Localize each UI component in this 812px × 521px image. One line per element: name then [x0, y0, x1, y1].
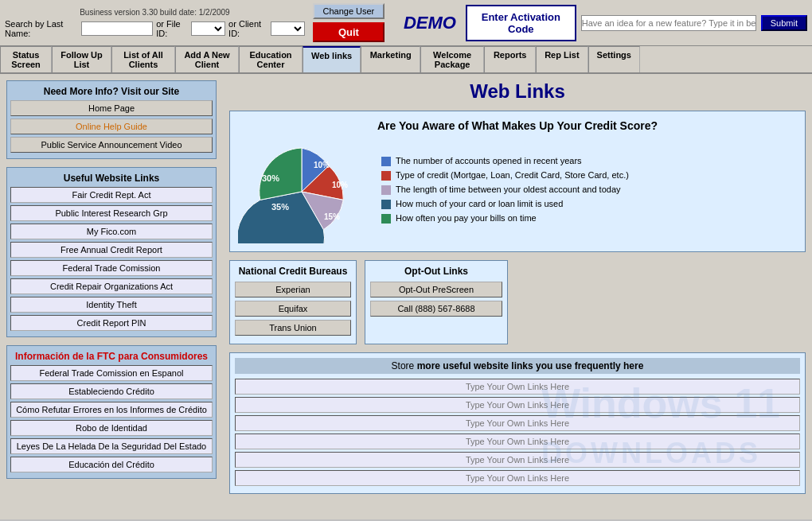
- sidebar-btn-ftc[interactable]: Federal Trade Comission: [10, 260, 213, 276]
- tab-rep-list[interactable]: Rep List: [536, 46, 588, 72]
- legend-label-4: How much of your card or loan limit is u…: [396, 199, 563, 208]
- nav-tabs: StatusScreen Follow UpList List of AllCl…: [0, 46, 812, 74]
- credit-score-box: Are You Aware of What Makes Up Your Cred…: [229, 111, 806, 252]
- legend-item-3: The length of time between your oldest a…: [381, 185, 797, 195]
- lower-boxes: National Credit Bureaus Experian Equifax…: [229, 260, 806, 344]
- info-section: Need More Info? Visit our Site Home Page…: [6, 80, 217, 159]
- tab-settings[interactable]: Settings: [588, 46, 640, 72]
- pie-chart: 10% 10% 15% 35% 30%: [238, 140, 365, 243]
- store-link-1[interactable]: [235, 379, 800, 395]
- feature-request-area: Submit: [581, 15, 807, 31]
- optout-btn-prescreen[interactable]: Opt-Out PreScreen: [370, 282, 502, 297]
- submit-button[interactable]: Submit: [761, 15, 807, 31]
- bureau-btn-experian[interactable]: Experian: [235, 282, 351, 297]
- pie-label-5: 30%: [262, 173, 279, 183]
- legend-label-1: The number of accounts opened in recent …: [396, 156, 582, 165]
- legend-label-5: How often you pay your bills on time: [396, 213, 537, 223]
- legend-color-5: [381, 214, 391, 224]
- top-bar-center: Change User Quit: [313, 3, 385, 42]
- search-last-name-label: Search by Last Name:: [5, 19, 78, 38]
- pie-label-2: 10%: [332, 181, 348, 189]
- tab-web-links[interactable]: Web links: [303, 46, 361, 72]
- store-links-box: Store more useful website links you use …: [229, 352, 806, 494]
- tab-add-new-client[interactable]: Add A NewClient: [175, 46, 239, 72]
- store-link-3[interactable]: [235, 415, 800, 431]
- top-bar: Business version 3.30 build date: 1/2/20…: [0, 0, 812, 46]
- optout-box: Opt-Out Links Opt-Out PreScreen Call (88…: [365, 260, 508, 344]
- or-client-id-label: or Client ID:: [228, 19, 267, 38]
- legend-item-5: How often you pay your bills on time: [381, 213, 797, 224]
- sidebar-btn-leyes[interactable]: Leyes De La Helada De la Seguridad Del E…: [10, 438, 213, 454]
- store-link-4[interactable]: [235, 434, 800, 449]
- quit-button[interactable]: Quit: [313, 22, 385, 42]
- legend-item-4: How much of your card or loan limit is u…: [381, 199, 797, 209]
- sidebar-btn-homepage[interactable]: Home Page: [10, 100, 213, 116]
- sidebar-btn-robo[interactable]: Robo de Identidad: [10, 420, 213, 436]
- store-links-title: Store more useful website links you use …: [235, 358, 800, 374]
- feature-request-input[interactable]: [581, 15, 756, 31]
- demo-label: DEMO: [404, 13, 456, 33]
- bureau-btn-equifax[interactable]: Equifax: [235, 301, 351, 317]
- sidebar-btn-fair-credit[interactable]: Fair Credit Rept. Act: [10, 187, 213, 203]
- credit-score-title: Are You Aware of What Makes Up Your Cred…: [238, 119, 797, 132]
- page-title: Web Links: [229, 80, 806, 103]
- sidebar-btn-identity-theft[interactable]: Identity Theft: [10, 297, 213, 313]
- legend-color-1: [381, 157, 391, 166]
- sidebar-btn-online-help[interactable]: Online Help Guide: [10, 119, 213, 134]
- pie-legend: The number of accounts opened in recent …: [381, 156, 797, 227]
- or-file-id-label: or File ID:: [156, 19, 188, 38]
- sidebar-btn-credit-report-pin[interactable]: Credit Report PIN: [10, 315, 213, 331]
- legend-item-1: The number of accounts opened in recent …: [381, 156, 797, 166]
- tab-status-screen[interactable]: StatusScreen: [0, 46, 52, 72]
- tab-reports[interactable]: Reports: [484, 46, 536, 72]
- optout-btn-call[interactable]: Call (888) 567-8688: [370, 301, 502, 317]
- sidebar-btn-croa[interactable]: Credit Repair Organizations Act: [10, 278, 213, 294]
- sidebar-btn-educacion[interactable]: Educación del Crédito: [10, 457, 213, 472]
- pie-label-1: 10%: [314, 161, 330, 169]
- sidebar-btn-estableciendo[interactable]: Estableciendo Crédito: [10, 383, 213, 399]
- top-bar-left: Business version 3.30 build date: 1/2/20…: [5, 8, 305, 38]
- pie-chart-container: 10% 10% 15% 35% 30%: [238, 140, 365, 243]
- spanish-section: Información de la FTC para Consumidores …: [6, 345, 217, 479]
- useful-links-title: Useful Website Links: [10, 171, 213, 187]
- sidebar-btn-free-annual[interactable]: Free Annual Credit Report: [10, 242, 213, 258]
- client-id-select[interactable]: [271, 21, 305, 36]
- sidebar-btn-myfico[interactable]: My Fico.com: [10, 224, 213, 239]
- file-id-select[interactable]: [191, 21, 225, 36]
- bureaus-title: National Credit Bureaus: [235, 266, 351, 277]
- change-user-button[interactable]: Change User: [313, 3, 385, 19]
- activation-code-button[interactable]: Enter Activation Code: [466, 5, 576, 41]
- legend-label-2: Type of credit (Mortgae, Loan, Credit Ca…: [396, 170, 629, 180]
- credit-score-inner: 10% 10% 15% 35% 30% The number of accoun…: [238, 140, 797, 243]
- search-last-name-input[interactable]: [81, 21, 153, 36]
- pie-label-4: 35%: [271, 202, 289, 212]
- tab-follow-up-list[interactable]: Follow UpList: [52, 46, 111, 72]
- tab-welcome-package[interactable]: WelcomePackage: [420, 46, 484, 72]
- legend-color-2: [381, 171, 391, 181]
- pie-label-3: 15%: [324, 212, 340, 221]
- sidebar-btn-psa[interactable]: Public Service Announcement Video: [10, 137, 213, 153]
- bureaus-box: National Credit Bureaus Experian Equifax…: [229, 260, 357, 344]
- tab-marketing[interactable]: Marketing: [361, 46, 420, 72]
- optout-title: Opt-Out Links: [370, 266, 502, 277]
- tab-education-center[interactable]: EducationCenter: [239, 46, 303, 72]
- spanish-section-title: Información de la FTC para Consumidores: [10, 349, 213, 365]
- legend-item-2: Type of credit (Mortgae, Loan, Credit Ca…: [381, 170, 797, 181]
- search-row: Search by Last Name: or File ID: or Clie…: [5, 19, 305, 38]
- version-info: Business version 3.30 build date: 1/2/20…: [5, 8, 305, 17]
- legend-color-4: [381, 200, 391, 209]
- legend-label-3: The length of time between your oldest a…: [396, 185, 621, 194]
- store-link-2[interactable]: [235, 397, 800, 413]
- bureau-btn-transunion[interactable]: Trans Union: [235, 320, 351, 336]
- info-section-title: Need More Info? Visit our Site: [10, 84, 213, 100]
- sidebar: Need More Info? Visit our Site Home Page…: [0, 74, 223, 519]
- tab-list-all-clients[interactable]: List of AllClients: [111, 46, 175, 72]
- useful-links-section: Useful Website Links Fair Credit Rept. A…: [6, 167, 217, 337]
- store-link-6[interactable]: [235, 470, 800, 486]
- sidebar-btn-refutar[interactable]: Cómo Refutar Errores en los Informes de …: [10, 402, 213, 418]
- main-content: Need More Info? Visit our Site Home Page…: [0, 74, 812, 519]
- legend-color-3: [381, 185, 391, 195]
- sidebar-btn-public-interest[interactable]: Public Interest Research Grp: [10, 205, 213, 221]
- store-link-5[interactable]: [235, 452, 800, 468]
- sidebar-btn-ftc-espanol[interactable]: Federal Trade Comission en Espanol: [10, 365, 213, 381]
